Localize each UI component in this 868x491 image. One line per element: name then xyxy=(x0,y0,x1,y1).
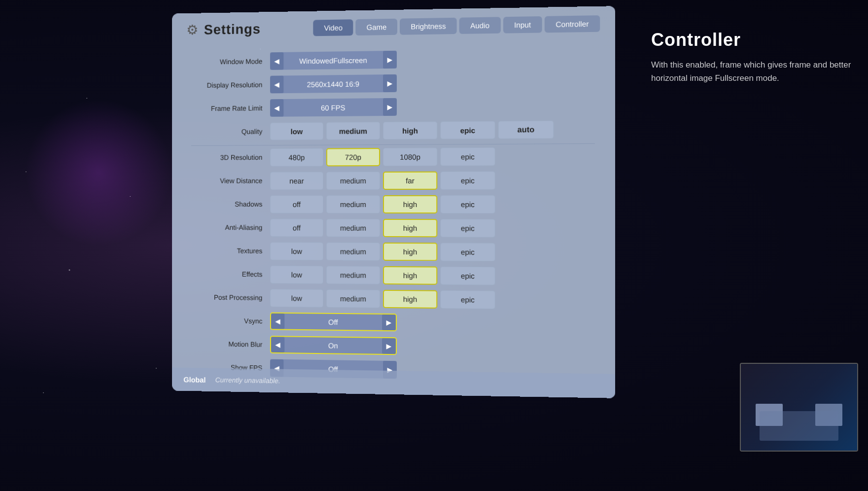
shadows-options: off medium high epic xyxy=(270,195,495,213)
textures-row: Textures low medium high epic xyxy=(191,241,595,263)
display-resolution-label: Display Resolution xyxy=(191,81,270,89)
post-processing-options: low medium high epic xyxy=(270,289,495,309)
effects-options: low medium high epic xyxy=(270,265,495,285)
quality-btn-medium[interactable]: medium xyxy=(326,122,380,140)
effects-label: Effects xyxy=(191,270,270,279)
display-resolution-prev[interactable]: ◀ xyxy=(270,75,283,93)
pp-btn-high[interactable]: high xyxy=(383,289,437,308)
textures-label: Textures xyxy=(191,246,270,254)
effects-row: Effects low medium high epic xyxy=(191,264,595,286)
tab-audio[interactable]: Audio xyxy=(459,17,501,34)
aa-btn-epic[interactable]: epic xyxy=(440,219,495,238)
webcam-display xyxy=(741,364,857,451)
window-mode-selector: ◀ WindowedFullscreen ▶ xyxy=(270,51,397,70)
shadows-row: Shadows off medium high epic xyxy=(191,194,595,214)
eff-btn-epic[interactable]: epic xyxy=(440,266,495,285)
eff-btn-low[interactable]: low xyxy=(270,265,323,283)
tex-btn-epic[interactable]: epic xyxy=(440,243,495,261)
frame-rate-prev[interactable]: ◀ xyxy=(270,99,283,117)
3d-res-btn-720p[interactable]: 720p xyxy=(326,148,380,166)
window-mode-next[interactable]: ▶ xyxy=(383,51,397,69)
anti-aliasing-row: Anti-Aliasing off medium high epic xyxy=(191,217,595,238)
global-label: Global xyxy=(183,375,206,384)
window-mode-label: Window Mode xyxy=(191,57,270,66)
view-distance-options: near medium far epic xyxy=(270,171,495,190)
3d-res-btn-epic[interactable]: epic xyxy=(440,147,495,166)
tab-brightness[interactable]: Brightness xyxy=(400,18,457,35)
page-title: Settings xyxy=(204,21,261,37)
frame-rate-label: Frame Rate Limit xyxy=(191,104,270,112)
settings-content: Window Mode ◀ WindowedFullscreen ▶ Displ… xyxy=(172,36,615,397)
tex-btn-medium[interactable]: medium xyxy=(326,242,380,260)
pp-btn-low[interactable]: low xyxy=(270,289,323,308)
frame-rate-next[interactable]: ▶ xyxy=(383,98,397,116)
view-dist-btn-epic[interactable]: epic xyxy=(440,171,495,189)
window-mode-row: Window Mode ◀ WindowedFullscreen ▶ xyxy=(191,47,595,71)
view-distance-row: View Distance near medium far epic xyxy=(191,170,595,191)
frame-rate-value: 60 FPS xyxy=(283,103,383,112)
status-text: Currently unavailable. xyxy=(215,376,280,385)
display-resolution-next[interactable]: ▶ xyxy=(383,74,397,92)
shadows-btn-epic[interactable]: epic xyxy=(440,195,495,213)
eff-btn-medium[interactable]: medium xyxy=(326,266,380,284)
vsync-value: Off xyxy=(284,317,382,326)
textures-options: low medium high epic xyxy=(270,242,495,261)
pp-btn-epic[interactable]: epic xyxy=(440,290,495,309)
quality-options: low medium high epic auto xyxy=(270,121,554,140)
tab-video[interactable]: Video xyxy=(313,19,353,36)
vsync-next[interactable]: ▶ xyxy=(382,315,396,330)
right-panel: Controller With this enabled, frame whic… xyxy=(651,30,858,85)
window-mode-prev[interactable]: ◀ xyxy=(270,52,283,70)
quality-btn-high[interactable]: high xyxy=(383,121,437,140)
post-processing-row: Post Processing low medium high epic xyxy=(191,287,595,311)
motion-blur-prev[interactable]: ◀ xyxy=(271,337,284,352)
quality-row: Quality low medium high epic auto xyxy=(191,119,595,141)
controller-description: With this enabled, frame which gives fra… xyxy=(651,58,858,85)
aa-btn-off[interactable]: off xyxy=(270,218,323,237)
shadows-label: Shadows xyxy=(191,200,270,208)
view-dist-btn-near[interactable]: near xyxy=(270,172,323,190)
vsync-row: Vsync ◀ Off ▶ xyxy=(191,311,595,335)
motion-blur-value: On xyxy=(284,341,382,350)
frame-rate-selector: ◀ 60 FPS ▶ xyxy=(270,98,397,117)
gear-icon: ⚙ xyxy=(186,22,198,38)
tex-btn-high[interactable]: high xyxy=(383,242,437,261)
pp-btn-medium[interactable]: medium xyxy=(326,289,380,308)
3d-resolution-options: 480p 720p 1080p epic xyxy=(270,147,495,166)
vsync-selector: ◀ Off ▶ xyxy=(270,313,397,332)
eff-btn-high[interactable]: high xyxy=(383,266,437,284)
anti-aliasing-options: off medium high epic xyxy=(270,218,495,237)
webcam-thumbnail xyxy=(740,363,858,452)
header: ⚙ Settings Video Game Brightness Audio I… xyxy=(172,6,615,38)
frame-rate-row: Frame Rate Limit ◀ 60 FPS ▶ xyxy=(191,95,595,118)
quality-btn-low[interactable]: low xyxy=(270,122,323,140)
vsync-prev[interactable]: ◀ xyxy=(271,314,284,329)
tab-input[interactable]: Input xyxy=(503,16,542,34)
motion-blur-selector: ◀ On ▶ xyxy=(270,336,397,355)
view-dist-btn-medium[interactable]: medium xyxy=(326,172,380,190)
shadows-btn-medium[interactable]: medium xyxy=(326,195,380,213)
view-dist-btn-far[interactable]: far xyxy=(383,171,437,189)
tex-btn-low[interactable]: low xyxy=(270,242,323,260)
shadows-btn-high[interactable]: high xyxy=(383,195,437,213)
tab-game[interactable]: Game xyxy=(356,19,398,35)
motion-blur-next[interactable]: ▶ xyxy=(382,338,396,354)
motion-blur-row: Motion Blur ◀ On ▶ xyxy=(191,334,595,358)
window-mode-value: WindowedFullscreen xyxy=(283,56,383,65)
settings-panel: ⚙ Settings Video Game Brightness Audio I… xyxy=(172,6,615,398)
webcam-desk xyxy=(760,411,838,441)
quality-btn-epic[interactable]: epic xyxy=(440,121,495,139)
3d-res-btn-480p[interactable]: 480p xyxy=(270,148,323,166)
aa-btn-high[interactable]: high xyxy=(383,218,437,237)
quality-btn-auto[interactable]: auto xyxy=(498,121,554,139)
3d-res-btn-1080p[interactable]: 1080p xyxy=(383,147,437,166)
aa-btn-medium[interactable]: medium xyxy=(326,218,380,237)
quality-label: Quality xyxy=(191,128,270,136)
3d-resolution-label: 3D Resolution xyxy=(191,153,270,161)
tab-controller[interactable]: Controller xyxy=(545,15,600,33)
controller-title: Controller xyxy=(651,30,858,50)
vsync-label: Vsync xyxy=(191,316,270,325)
header-title-area: ⚙ Settings xyxy=(186,20,299,38)
3d-resolution-row: 3D Resolution 480p 720p 1080p epic xyxy=(191,146,595,167)
shadows-btn-off[interactable]: off xyxy=(270,195,323,213)
